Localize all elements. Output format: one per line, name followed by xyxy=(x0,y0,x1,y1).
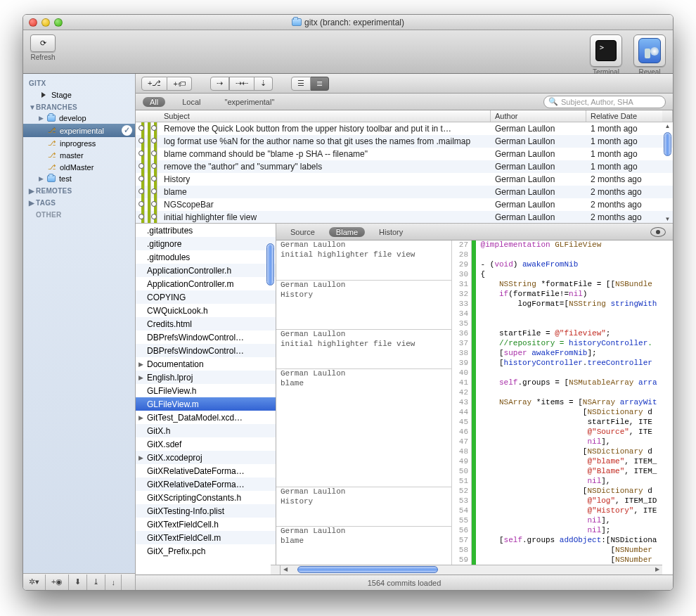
file-scroll-thumb[interactable] xyxy=(266,243,274,285)
file-row[interactable]: GitXScriptingConstants.h xyxy=(136,491,276,504)
code-hscroll-track[interactable]: ◀ ▶ xyxy=(281,565,662,575)
file-row[interactable]: .gitmodules xyxy=(136,250,276,264)
new-tag-button[interactable]: +🏷 xyxy=(167,77,191,91)
file-row[interactable]: GitX.h xyxy=(136,424,276,437)
scroll-up-arrow[interactable]: ▲ xyxy=(664,122,671,130)
hscroll-left-arrow[interactable]: ◀ xyxy=(283,566,288,572)
file-row[interactable]: ▶GitX.xcodeproj xyxy=(136,451,276,464)
filter-local[interactable]: Local xyxy=(175,97,207,107)
sidebar-header-remotes[interactable]: ▶REMOTES xyxy=(23,184,135,196)
col-author[interactable]: Author xyxy=(491,110,586,122)
reveal-button[interactable] xyxy=(633,34,666,67)
history-row[interactable]: HistoryGerman Laullon2 months ago xyxy=(136,173,673,186)
sidebar-branch-develop[interactable]: ▶develop xyxy=(23,113,135,124)
blame-block[interactable]: German Laulloninitial highlighter file v… xyxy=(276,240,451,280)
add-remote-button[interactable]: +◉ xyxy=(46,575,69,590)
quicklook-icon[interactable] xyxy=(650,227,666,237)
commit-subject: blame xyxy=(164,187,491,197)
sidebar-branch-master[interactable]: ⎇master xyxy=(23,149,135,161)
commit-author: German Laullon xyxy=(491,187,586,197)
file-row[interactable]: ▶GitTest_DataModel.xcd… xyxy=(136,411,276,424)
file-list[interactable]: .gitattributes.gitignore.gitmodulesAppli… xyxy=(136,224,276,575)
list-view-button[interactable]: ☰ xyxy=(291,77,311,91)
zoom-button[interactable] xyxy=(54,18,63,27)
file-row[interactable]: GLFileView.h xyxy=(136,384,276,397)
sidebar-item-stage[interactable]: Stage xyxy=(23,89,135,101)
col-date[interactable]: Relative Date xyxy=(586,110,662,122)
tab-history[interactable]: History xyxy=(372,227,410,237)
file-name: CWQuickLook.h xyxy=(147,306,208,316)
action-menu-button[interactable]: ✲▾ xyxy=(23,575,46,590)
history-scroll-thumb[interactable] xyxy=(664,132,671,156)
file-name: GitXTesting-Info.plist xyxy=(147,506,224,516)
history-row[interactable]: remove the "author" and "summary" labels… xyxy=(136,160,673,173)
file-row[interactable]: GitXTextFieldCell.h xyxy=(136,518,276,531)
file-row[interactable]: .gitattributes xyxy=(136,224,276,237)
sidebar-branch-test[interactable]: ▶test xyxy=(23,173,135,184)
terminal-button[interactable] xyxy=(590,34,622,67)
fetch-button[interactable]: ↓ xyxy=(105,575,122,590)
history-row[interactable]: NGScopeBarGerman Laullon2 months ago xyxy=(136,198,673,211)
line-number: 54 xyxy=(452,506,468,516)
line-number: 48 xyxy=(452,447,468,457)
history-header: Subject Author Relative Date xyxy=(136,110,673,122)
tab-source[interactable]: Source xyxy=(283,227,322,237)
blame-block[interactable]: German Laulloninitial highlighter file v… xyxy=(276,329,451,368)
file-row[interactable]: GitX_Prefix.pch xyxy=(136,544,276,558)
push-button[interactable]: ⬇ xyxy=(69,575,87,590)
tree-view-button[interactable]: ≣ xyxy=(311,77,329,91)
filter-current-branch[interactable]: "experimental" xyxy=(218,97,282,107)
search-field[interactable]: 🔍 Subject, Author, SHA xyxy=(543,96,666,108)
file-row[interactable]: GitXRelativeDateForma… xyxy=(136,477,276,491)
scroll-down-arrow[interactable]: ▼ xyxy=(664,215,671,223)
file-row[interactable]: ApplicationController.h xyxy=(136,264,276,277)
history-row[interactable]: Remove the Quick Look button from the up… xyxy=(136,122,673,135)
line-number: 27 xyxy=(452,240,468,250)
hscroll-right-arrow[interactable]: ▶ xyxy=(655,566,659,572)
history-list[interactable]: Remove the Quick Look button from the up… xyxy=(136,122,673,224)
sidebar-branch-experimental[interactable]: ⎇experimental✓ xyxy=(23,124,135,137)
blame-block[interactable]: German Laullonblame xyxy=(276,368,451,487)
file-row[interactable]: GitXTextFieldCell.m xyxy=(136,531,276,544)
file-row[interactable]: CWQuickLook.h xyxy=(136,304,276,317)
file-row[interactable]: GLFileView.m xyxy=(136,397,276,411)
file-row[interactable]: ▶English.lproj xyxy=(136,371,276,384)
sidebar-header-branches[interactable]: ▼BRANCHES xyxy=(23,101,135,113)
col-subject[interactable]: Subject xyxy=(136,110,491,122)
refresh-button[interactable]: ⟳ xyxy=(30,34,56,52)
tab-blame[interactable]: Blame xyxy=(329,227,365,237)
file-row[interactable]: GitXTesting-Info.plist xyxy=(136,504,276,518)
file-row[interactable]: .gitignore xyxy=(136,237,276,250)
sidebar-branch-oldMaster[interactable]: ⎇oldMaster xyxy=(23,161,135,173)
file-row[interactable]: GitXRelativeDateForma… xyxy=(136,464,276,477)
blame-block[interactable]: German LaullonHistory xyxy=(276,487,451,526)
history-row[interactable]: blame command should be "blame -p SHA --… xyxy=(136,148,673,160)
pull-button[interactable]: ⤓ xyxy=(87,575,105,590)
file-row[interactable]: DBPrefsWindowControl… xyxy=(136,344,276,357)
filter-all[interactable]: All xyxy=(143,97,165,107)
merge-button[interactable]: ⇢⇠ xyxy=(229,77,254,91)
history-row[interactable]: log format use %aN for the author name s… xyxy=(136,135,673,148)
file-row[interactable]: COPYING xyxy=(136,290,276,304)
file-name: GitX.sdef xyxy=(147,439,181,449)
branch-tool-segment: +⎇ +🏷 xyxy=(141,77,192,91)
minimize-button[interactable] xyxy=(41,18,50,27)
sidebar-branch-inprogress[interactable]: ⎇inprogress xyxy=(23,137,135,149)
cherry-pick-button[interactable]: ⇢ xyxy=(210,77,229,91)
file-row[interactable]: DBPrefsWindowControl… xyxy=(136,331,276,344)
close-button[interactable] xyxy=(29,18,37,27)
new-branch-button[interactable]: +⎇ xyxy=(141,77,167,91)
file-row[interactable]: ▶Documentation xyxy=(136,357,276,371)
file-row[interactable]: GitX.sdef xyxy=(136,437,276,451)
history-row[interactable]: blameGerman Laullon2 months ago xyxy=(136,186,673,198)
history-row[interactable]: initial highlighter file viewGerman Laul… xyxy=(136,211,673,224)
sidebar-header-other[interactable]: OTHER xyxy=(23,208,135,220)
rebase-button[interactable]: ⇣ xyxy=(254,77,273,91)
file-row[interactable]: Credits.html xyxy=(136,317,276,331)
code-view[interactable]: German Laulloninitial highlighter file v… xyxy=(276,240,673,575)
file-row[interactable]: ApplicationController.m xyxy=(136,277,276,290)
blame-block[interactable]: German LaullonHistory xyxy=(276,280,451,329)
sidebar-header-tags[interactable]: ▶TAGS xyxy=(23,196,135,208)
code-hscroll-thumb[interactable] xyxy=(297,566,438,573)
line-number: 40 xyxy=(452,368,468,378)
